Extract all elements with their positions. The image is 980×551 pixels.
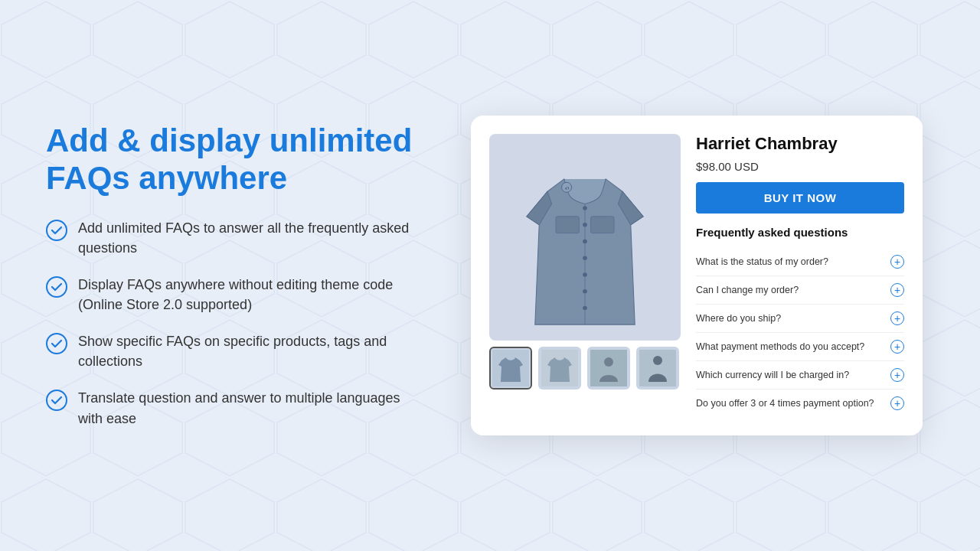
main-product-image: 🏷 [489, 134, 681, 341]
svg-text:🏷: 🏷 [565, 186, 569, 191]
faq-question-6: Do you offer 3 or 4 times payment option… [696, 398, 890, 409]
feature-text-3: Show specific FAQs on specific products,… [78, 331, 413, 371]
thumbnail-4[interactable] [636, 347, 679, 390]
feature-text-1: Add unlimited FAQs to answer all the fre… [78, 218, 413, 258]
feature-item-4: Translate question and answer to multipl… [46, 388, 413, 428]
product-title: Harriet Chambray [696, 134, 904, 154]
faq-item-1[interactable]: What is the status of my order? + [696, 248, 904, 276]
check-icon-2 [46, 276, 67, 298]
faq-expand-icon-6[interactable]: + [890, 396, 904, 410]
svg-point-1 [47, 277, 67, 297]
faq-expand-icon-2[interactable]: + [890, 283, 904, 297]
svg-point-2 [47, 334, 67, 354]
faq-question-2: Can I change my order? [696, 285, 890, 295]
left-panel: Add & display unlimited FAQs anywhere Ad… [46, 122, 413, 428]
feature-item-3: Show specific FAQs on specific products,… [46, 331, 413, 371]
feature-item-2: Display FAQs anywhere without editing th… [46, 275, 413, 315]
svg-rect-4 [556, 217, 579, 233]
product-info: Harriet Chambray $98.00 USD BUY IT NOW F… [696, 134, 904, 417]
faq-item-4[interactable]: What payment methods do you accept? + [696, 333, 904, 361]
faq-question-5: Which currency will I be charged in? [696, 370, 890, 380]
faq-expand-icon-3[interactable]: + [890, 311, 904, 325]
thumbnail-2[interactable] [538, 347, 581, 390]
faq-section-title: Frequently asked questions [696, 226, 904, 239]
faq-expand-icon-1[interactable]: + [890, 255, 904, 269]
faq-expand-icon-5[interactable]: + [890, 368, 904, 382]
check-icon-4 [46, 390, 67, 411]
feature-text-2: Display FAQs anywhere without editing th… [78, 275, 413, 315]
feature-text-4: Translate question and answer to multipl… [78, 388, 413, 428]
svg-point-3 [47, 390, 67, 410]
svg-point-0 [47, 220, 67, 240]
svg-point-19 [604, 357, 613, 367]
buy-now-button[interactable]: BUY IT NOW [696, 182, 904, 214]
svg-rect-5 [591, 217, 614, 233]
main-layout: Add & display unlimited FAQs anywhere Ad… [0, 0, 980, 551]
faq-item-5[interactable]: Which currency will I be charged in? + [696, 361, 904, 390]
features-list: Add unlimited FAQs to answer all the fre… [46, 218, 413, 429]
faq-question-1: What is the status of my order? [696, 256, 890, 267]
headline: Add & display unlimited FAQs anywhere [46, 122, 413, 197]
faq-question-4: What payment methods do you accept? [696, 341, 890, 352]
product-images: 🏷 [489, 134, 681, 417]
faq-item-2[interactable]: Can I change my order? + [696, 276, 904, 305]
faq-item-3[interactable]: Where do you ship? + [696, 305, 904, 333]
svg-point-21 [653, 356, 662, 365]
check-icon-3 [46, 333, 67, 354]
thumbnail-3[interactable] [587, 347, 630, 390]
faq-question-3: Where do you ship? [696, 313, 890, 324]
product-price: $98.00 USD [696, 160, 904, 173]
faq-item-6[interactable]: Do you offer 3 or 4 times payment option… [696, 390, 904, 417]
thumbnail-1[interactable] [489, 347, 532, 390]
product-card: 🏷 [471, 116, 923, 435]
check-icon-1 [46, 220, 67, 241]
faq-expand-icon-4[interactable]: + [890, 340, 904, 354]
feature-item-1: Add unlimited FAQs to answer all the fre… [46, 218, 413, 258]
right-panel: 🏷 [459, 116, 934, 435]
faq-list: What is the status of my order? + Can I … [696, 248, 904, 417]
thumbnail-row [489, 347, 681, 390]
